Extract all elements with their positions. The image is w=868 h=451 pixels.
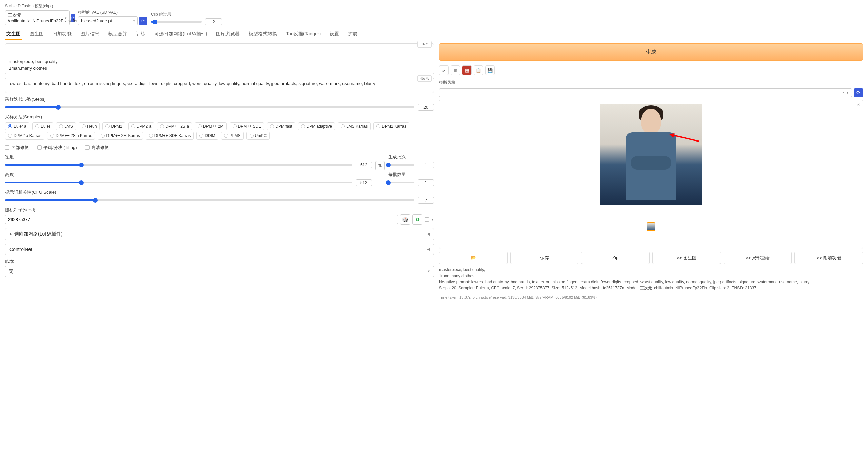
style-select[interactable]: ×▼	[439, 88, 852, 97]
tab-txt2img[interactable]: 文生图	[5, 29, 22, 40]
tab-tagger[interactable]: Tag反推(Tagger)	[284, 29, 322, 40]
sampler-option[interactable]: LMS	[56, 122, 76, 130]
tab-extras[interactable]: 附加功能	[51, 29, 73, 40]
negative-prompt[interactable]: 45/75 lowres, bad anatomy, bad hands, te…	[5, 78, 434, 93]
sampler-option[interactable]: DPM++ 2S a	[157, 122, 192, 130]
ckpt-select[interactable]: 三次元\chilloutmix_NiPrunedFp32Fix.safetens…	[5, 10, 70, 25]
sampler-option[interactable]: DPM fast	[267, 122, 295, 130]
clip-slider[interactable]	[151, 21, 202, 23]
send-img2img-button[interactable]: >> 图生图	[652, 252, 721, 264]
tab-train[interactable]: 训练	[135, 29, 147, 40]
sampler-option[interactable]: DPM++ SDE Karras	[146, 132, 194, 140]
output-image[interactable]	[600, 104, 702, 205]
send-extras-button[interactable]: >> 附加功能	[794, 252, 863, 264]
sampler-option[interactable]: DPM++ 2S a Karras	[47, 132, 95, 140]
width-value[interactable]: 512	[356, 162, 372, 168]
chevron-left-icon: ◀	[427, 232, 430, 236]
sampler-option[interactable]: PLMS	[221, 132, 244, 140]
generation-info: masterpiece, best quality, 1man,many clo…	[439, 267, 863, 291]
sampler-option[interactable]: Euler a	[5, 122, 29, 130]
tab-convert[interactable]: 模型格式转换	[247, 29, 278, 40]
height-value[interactable]: 512	[356, 179, 372, 186]
vae-label: 模型的 VAE (SD VAE)	[78, 10, 147, 15]
seed-recycle-button[interactable]: ♻	[412, 214, 422, 225]
positive-prompt[interactable]: 10/75 masterpiece, best quality, 1man,ma…	[5, 43, 434, 74]
palette-button[interactable]: ▦	[462, 65, 472, 75]
sampler-option[interactable]: DPM adaptive	[298, 122, 335, 130]
batch-count-slider[interactable]	[388, 164, 414, 166]
tiling-checkbox[interactable]: 平铺/分块 (Tiling)	[37, 145, 77, 151]
cfg-value[interactable]: 7	[418, 197, 434, 204]
steps-slider[interactable]	[5, 106, 414, 108]
sampler-option[interactable]: LMS Karras	[338, 122, 371, 130]
output-thumbnail[interactable]	[647, 222, 655, 231]
sampler-option[interactable]: UniPC	[246, 132, 270, 140]
width-slider[interactable]	[5, 164, 352, 166]
svg-line-0	[672, 135, 699, 142]
sampler-option[interactable]: DPM2 a Karras	[5, 132, 44, 140]
cfg-slider[interactable]	[5, 199, 414, 201]
tab-lora[interactable]: 可选附加网络(LoRA插件)	[153, 29, 209, 40]
clip-label: Clip 跳过层	[151, 12, 222, 17]
chevron-left-icon: ◀	[427, 247, 430, 251]
open-folder-button[interactable]: 📂	[439, 252, 508, 264]
close-icon[interactable]: ✕	[856, 102, 860, 107]
tab-img2img[interactable]: 图生图	[28, 29, 45, 40]
sampler-option[interactable]: Euler	[32, 122, 53, 130]
seed-label: 随机种子(seed)	[5, 207, 434, 213]
tab-merge[interactable]: 模型合并	[107, 29, 129, 40]
sampler-option[interactable]: DPM++ SDE	[230, 122, 264, 130]
sampler-option[interactable]: Heun	[79, 122, 100, 130]
tab-pnginfo[interactable]: 图片信息	[79, 29, 101, 40]
annotation-arrow-icon	[669, 133, 701, 143]
sampler-option[interactable]: DDIM	[196, 132, 218, 140]
seed-dice-button[interactable]: 🎲	[400, 214, 410, 225]
seed-input[interactable]	[5, 215, 398, 224]
svg-marker-1	[669, 133, 675, 138]
send-inpaint-button[interactable]: >> 局部重绘	[724, 252, 792, 264]
negative-token-count: 45/75	[417, 75, 432, 82]
controlnet-accordion[interactable]: ControlNet◀	[5, 244, 434, 255]
output-panel: ✕	[439, 100, 863, 249]
ckpt-label: Stable Diffusion 模型(ckpt)	[5, 3, 75, 9]
trash-button[interactable]: 🗑	[451, 65, 460, 75]
sampler-grid: Euler aEulerLMSHeunDPM2DPM2 aDPM++ 2S aD…	[5, 122, 434, 140]
seed-extra-checkbox[interactable]: ▼	[425, 217, 434, 222]
main-tabs: 文生图 图生图 附加功能 图片信息 模型合并 训练 可选附加网络(LoRA插件)…	[5, 29, 863, 40]
hires-checkbox[interactable]: 高清修复	[85, 145, 109, 151]
arrow-button[interactable]: ↙	[439, 65, 449, 75]
sampler-label: 采样方法(Sampler)	[5, 114, 42, 119]
vae-refresh-button[interactable]: ⟳	[139, 17, 147, 25]
style-label: 模版风格	[439, 80, 863, 86]
generate-button[interactable]: 生成	[439, 43, 863, 61]
tab-extensions[interactable]: 扩展	[347, 29, 359, 40]
save-image-button[interactable]: 保存	[510, 252, 579, 264]
save-button[interactable]: 💾	[485, 65, 495, 75]
script-select[interactable]: 无▼	[5, 266, 434, 277]
zip-button[interactable]: Zip	[581, 252, 650, 264]
vae-select[interactable]: blessed2.vae.pt	[78, 16, 138, 25]
batch-size-label: 每批数量	[388, 172, 434, 178]
face-restore-checkbox[interactable]: 面部修复	[5, 145, 29, 151]
height-slider[interactable]	[5, 182, 352, 183]
sampler-option[interactable]: DPM2 Karras	[373, 122, 409, 130]
batch-count-value[interactable]: 1	[418, 162, 434, 168]
positive-token-count: 10/75	[417, 41, 432, 48]
batch-count-label: 生成批次	[388, 154, 434, 160]
style-refresh-button[interactable]: ⟳	[854, 88, 863, 97]
sampler-option[interactable]: DPM2 a	[128, 122, 154, 130]
swap-wh-button[interactable]: ⇅	[375, 161, 385, 170]
batch-size-value[interactable]: 1	[418, 179, 434, 186]
tab-settings[interactable]: 设置	[328, 29, 340, 40]
sampler-option[interactable]: DPM++ 2M Karras	[98, 132, 143, 140]
sampler-option[interactable]: DPM++ 2M	[195, 122, 227, 130]
script-label: 脚本	[5, 259, 434, 265]
sampler-option[interactable]: DPM2	[102, 122, 125, 130]
batch-size-slider[interactable]	[388, 182, 414, 183]
lora-accordion[interactable]: 可选附加网络(LoRA插件)◀	[5, 228, 434, 240]
steps-value[interactable]: 20	[418, 104, 434, 111]
tab-browser[interactable]: 图库浏览器	[215, 29, 241, 40]
clipboard-button[interactable]: 📋	[474, 65, 483, 75]
width-label: 宽度	[5, 154, 372, 160]
clip-value[interactable]: 2	[205, 18, 222, 25]
